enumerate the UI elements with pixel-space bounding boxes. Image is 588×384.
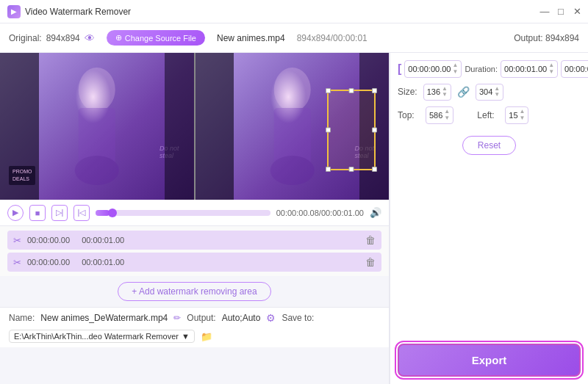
play-button[interactable]: ▶ — [7, 205, 24, 221]
height-down[interactable]: ▼ — [494, 92, 500, 98]
width-down[interactable]: ▼ — [442, 92, 448, 98]
time-start-value: 00:00:00.00 — [408, 65, 451, 73]
time-start-down[interactable]: ▼ — [452, 69, 458, 76]
svg-point-0 — [79, 68, 115, 112]
timeline-row-2: ✂ 00:00:00.00 00:00:01.00 🗑 — [7, 253, 381, 272]
top-pos-row: Top: 586 ▲▼ Left: 15 ▲▼ — [398, 106, 581, 124]
source-meta: 894x894/00:00:01 — [297, 33, 368, 43]
close-button[interactable]: ✕ — [572, 7, 582, 17]
output-info: Output: 894x894 — [514, 33, 579, 43]
step-forward-button[interactable]: ▷| — [51, 205, 68, 221]
size-label: Size: — [398, 87, 417, 97]
name-value: New animes_DeWatermark.mp4 — [40, 313, 168, 323]
svg-point-3 — [273, 68, 310, 112]
duration-label: Duration: — [465, 65, 498, 73]
video-previews: PROMODEALS Do notsteal Do notsteal — [0, 53, 389, 200]
app-icon: ▶ — [7, 5, 21, 18]
maximize-button[interactable]: □ — [556, 7, 566, 17]
scissors-icon-1: ✂ — [13, 235, 21, 246]
duration-down[interactable]: ▼ — [548, 69, 554, 76]
timeline-row-1: ✂ 00:00:00.00 00:00:01.00 🗑 — [7, 231, 381, 250]
output-size: 894x894 — [545, 33, 579, 43]
height-value: 304 — [479, 87, 492, 96]
timeline-area: ✂ 00:00:00.00 00:00:01.00 🗑 ✂ 00:00:00.0… — [0, 226, 389, 276]
stop-button[interactable]: ■ — [29, 205, 46, 221]
name-label: Name: — [9, 313, 35, 323]
size-row: Size: 136 ▲▼ 🔗 304 ▲▼ — [398, 84, 581, 101]
progress-thumb[interactable] — [108, 209, 117, 217]
output-preview: Do notsteal — [196, 53, 390, 200]
source-info: Original: 894x894 👁 — [9, 32, 95, 44]
time-edit-row: [ 00:00:00.00 ▲▼ Duration: 00:00:01.00 ▲… — [398, 60, 581, 78]
dropdown-arrow-icon: ▼ — [182, 332, 190, 341]
timeline-delete-1[interactable]: 🗑 — [365, 234, 376, 246]
link-icon[interactable]: 🔗 — [457, 86, 470, 98]
save-path-value: E:\ArkThin\ArkThin...deo Watermark Remov… — [14, 332, 179, 341]
reset-button[interactable]: Reset — [462, 136, 516, 155]
top-down[interactable]: ▼ — [444, 115, 450, 122]
svg-point-2 — [75, 156, 119, 185]
title-bar: ▶ Video Watermark Remover — □ ✕ — [0, 0, 588, 23]
time-display: 00:00:00.08/00:00:01.00 — [276, 209, 364, 217]
folder-icon[interactable]: 📁 — [201, 331, 212, 342]
add-watermark-row: + Add watermark removing area — [0, 276, 389, 307]
scissors-icon-2: ✂ — [13, 257, 21, 268]
output-gear-icon[interactable]: ⚙ — [266, 312, 276, 324]
original-preview: PROMODEALS Do notsteal — [0, 53, 194, 200]
change-source-button[interactable]: ⊕ Change Source File — [107, 30, 205, 46]
original-size: 894x894 — [46, 33, 80, 43]
right-panel: [ 00:00:00.00 ▲▼ Duration: 00:00:01.00 ▲… — [390, 53, 588, 384]
svg-point-5 — [270, 156, 314, 185]
top-value: 586 — [429, 111, 442, 120]
left-panel: PROMODEALS Do notsteal Do notsteal — [0, 53, 390, 384]
watermark-logo-overlay: PROMODEALS — [9, 166, 35, 185]
progress-bar[interactable] — [96, 210, 270, 216]
left-down[interactable]: ▼ — [520, 115, 526, 122]
bottom-meta: Name: New animes_DeWatermark.mp4 ✏ Outpu… — [0, 307, 389, 347]
source-filename: New animes.mp4 — [217, 33, 285, 43]
time-end-value: 00:00:01.00 — [564, 65, 588, 73]
output-meta-value: Auto;Auto — [222, 313, 261, 323]
export-button[interactable]: Export — [398, 344, 581, 377]
step-back-button[interactable]: |◁ — [74, 205, 90, 221]
app-title: Video Watermark Remover — [25, 7, 131, 17]
eye-icon[interactable]: 👁 — [85, 32, 95, 44]
minimize-button[interactable]: — — [539, 7, 550, 17]
bracket-open: [ — [398, 62, 401, 76]
timeline-times-2: 00:00:00.00 00:00:01.00 — [27, 258, 359, 267]
save-path-dropdown[interactable]: E:\ArkThin\ArkThin...deo Watermark Remov… — [9, 330, 195, 343]
timeline-times-1: 00:00:00.00 00:00:01.00 — [27, 236, 359, 244]
original-label: Original: — [9, 33, 42, 43]
output-meta-label: Output: — [187, 313, 215, 323]
window-controls: — □ ✕ — [539, 7, 582, 17]
toolbar: Original: 894x894 👁 ⊕ Change Source File… — [0, 23, 588, 53]
export-section: Export — [398, 344, 581, 377]
volume-icon[interactable]: 🔊 — [370, 207, 381, 218]
controls-bar: ▶ ■ ▷| |◁ 00:00:00.08/00:00:01.00 🔊 — [0, 200, 389, 226]
left-label: Left: — [477, 110, 499, 120]
name-edit-icon[interactable]: ✏ — [173, 313, 181, 323]
output-label: Output: — [514, 33, 542, 43]
add-watermark-button[interactable]: + Add watermark removing area — [118, 282, 270, 301]
timeline-delete-2[interactable]: 🗑 — [365, 256, 376, 268]
duration-value: 00:00:01.00 — [504, 65, 547, 73]
selection-box[interactable] — [327, 90, 376, 170]
left-value: 15 — [509, 111, 517, 120]
top-label: Top: — [398, 110, 420, 120]
plus-icon: ⊕ — [115, 33, 122, 43]
main-content: PROMODEALS Do notsteal Do notsteal — [0, 53, 588, 384]
width-value: 136 — [427, 87, 440, 96]
save-to-label: Save to: — [282, 313, 314, 323]
